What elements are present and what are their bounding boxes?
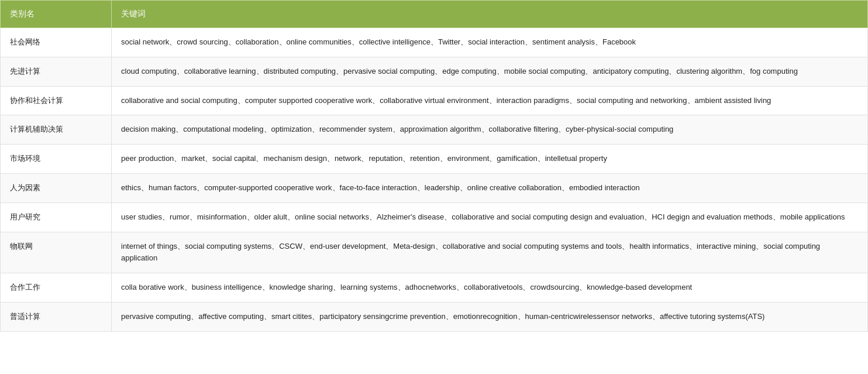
category-cell: 社会网络 <box>1 28 112 57</box>
keywords-cell: social network、crowd sourcing、collaborat… <box>112 28 868 57</box>
table-row: 协作和社会计算collaborative and social computin… <box>1 86 868 115</box>
category-cell: 物联网 <box>1 232 112 273</box>
table-row: 物联网internet of things、social computing s… <box>1 232 868 273</box>
keywords-cell: internet of things、social computing syst… <box>112 232 868 273</box>
table-row: 先进计算cloud computing、collaborative learni… <box>1 57 868 86</box>
table-row: 人为因素ethics、human factors、computer-suppor… <box>1 173 868 203</box>
category-cell: 先进计算 <box>1 57 112 86</box>
category-cell: 计算机辅助决策 <box>1 115 112 145</box>
keywords-cell: colla borative work、business intelligenc… <box>112 273 868 303</box>
table-row: 用户研究user studies、rumor、misinformation、ol… <box>1 203 868 232</box>
keywords-cell: ethics、human factors、computer-supported … <box>112 173 868 203</box>
table-row: 合作工作colla borative work、business intelli… <box>1 273 868 303</box>
category-cell: 合作工作 <box>1 273 112 303</box>
keywords-cell: user studies、rumor、misinformation、older … <box>112 203 868 232</box>
keywords-cell: pervasive computing、affective computing、… <box>112 302 868 331</box>
keywords-cell: collaborative and social computing、compu… <box>112 86 868 115</box>
keywords-cell: peer production、market、social capital、me… <box>112 145 868 174</box>
table-row: 普适计算pervasive computing、affective comput… <box>1 302 868 331</box>
keywords-cell: decision making、computational modeling、o… <box>112 115 868 145</box>
table-row: 社会网络social network、crowd sourcing、collab… <box>1 28 868 57</box>
table-row: 计算机辅助决策decision making、computational mod… <box>1 115 868 145</box>
table-row: 市场环境peer production、market、social capita… <box>1 145 868 174</box>
category-cell: 协作和社会计算 <box>1 86 112 115</box>
header-keywords: 关键词 <box>112 1 868 28</box>
category-cell: 用户研究 <box>1 203 112 232</box>
category-cell: 市场环境 <box>1 145 112 174</box>
header-category: 类别名 <box>1 1 112 28</box>
keywords-cell: cloud computing、collaborative learning、d… <box>112 57 868 86</box>
category-cell: 人为因素 <box>1 173 112 203</box>
category-cell: 普适计算 <box>1 302 112 331</box>
